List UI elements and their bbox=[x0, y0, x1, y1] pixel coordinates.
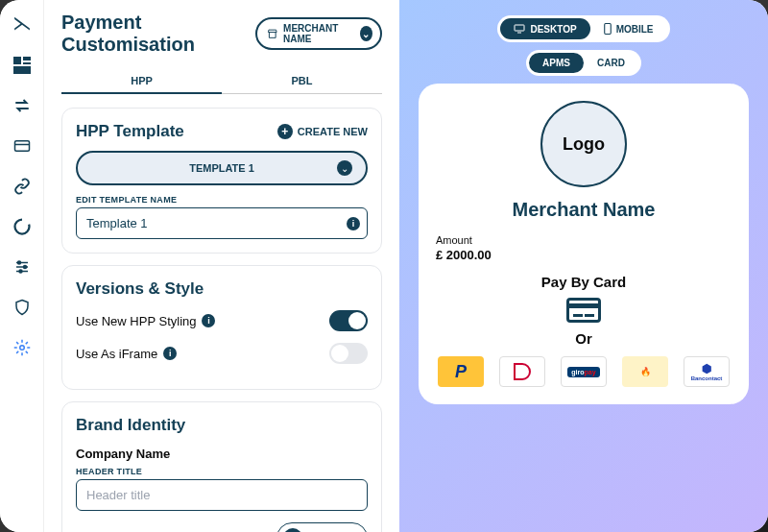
bancontact-button[interactable]: ⬢Bancontact bbox=[684, 356, 730, 387]
iframe-label: Use As iFramei bbox=[76, 347, 177, 361]
company-name-label: Company Name bbox=[76, 447, 368, 461]
swap-icon[interactable] bbox=[12, 96, 32, 115]
store-icon bbox=[267, 27, 278, 40]
svg-point-9 bbox=[23, 266, 26, 269]
mobile-icon bbox=[604, 23, 612, 35]
template-dropdown[interactable]: TEMPLATE 1 ⌄ bbox=[76, 151, 368, 185]
svg-rect-0 bbox=[13, 57, 21, 64]
card-button[interactable]: CARD bbox=[584, 53, 638, 73]
sliders-icon[interactable] bbox=[12, 257, 32, 277]
template-card-title: HPP Template bbox=[76, 122, 184, 141]
brand-card: Brand Identity Company Name HEADER TITLE… bbox=[61, 401, 382, 532]
svg-rect-4 bbox=[14, 141, 29, 152]
settings-icon[interactable] bbox=[12, 338, 32, 357]
paypal-button[interactable]: P bbox=[438, 356, 484, 387]
merchant-selector[interactable]: MERCHANT NAME ⌄ bbox=[255, 17, 383, 50]
new-styling-toggle[interactable] bbox=[329, 310, 368, 331]
new-styling-label: Use New HPP Stylingi bbox=[76, 314, 215, 328]
create-new-button[interactable]: + CREATE NEW bbox=[277, 124, 368, 139]
logo-placeholder: Logo bbox=[540, 101, 627, 187]
svg-point-7 bbox=[17, 261, 20, 264]
chevron-down-icon: ⌄ bbox=[360, 26, 372, 41]
preview-panel: DESKTOP MOBILE APMS CARD Logo Merchant N… bbox=[399, 0, 768, 532]
info-icon[interactable]: i bbox=[347, 217, 360, 230]
template-name-input[interactable] bbox=[76, 207, 368, 239]
config-panel: Payment Customisation MERCHANT NAME ⌄ HP… bbox=[44, 0, 399, 532]
page-title: Payment Customisation bbox=[61, 12, 246, 56]
info-icon[interactable]: i bbox=[202, 314, 215, 327]
giropay-button[interactable]: giropay bbox=[561, 356, 607, 387]
header-colour-picker[interactable]: #144056 bbox=[276, 522, 368, 532]
tab-hpp[interactable]: HPP bbox=[61, 69, 222, 94]
merchant-label: MERCHANT NAME bbox=[283, 23, 354, 44]
svg-rect-15 bbox=[604, 24, 611, 35]
amount-label: Amount bbox=[436, 234, 492, 246]
app-logo: ⋌ bbox=[12, 12, 32, 35]
svg-rect-1 bbox=[23, 57, 31, 60]
link-icon[interactable] bbox=[12, 177, 32, 196]
header-title-input[interactable] bbox=[76, 479, 368, 511]
template-card: HPP Template + CREATE NEW TEMPLATE 1 ⌄ E… bbox=[61, 108, 382, 254]
ideal-button[interactable] bbox=[499, 356, 545, 387]
svg-rect-2 bbox=[23, 62, 31, 64]
desktop-icon bbox=[514, 24, 525, 34]
preview-merchant-name: Merchant Name bbox=[513, 199, 656, 221]
plus-icon: + bbox=[277, 124, 293, 139]
svg-rect-3 bbox=[13, 66, 31, 74]
versions-card: Versions & Style Use New HPP Stylingi Us… bbox=[61, 265, 382, 390]
dashboard-icon[interactable] bbox=[12, 56, 32, 75]
svg-point-12 bbox=[19, 346, 24, 351]
desktop-button[interactable]: DESKTOP bbox=[500, 18, 589, 39]
apms-button[interactable]: APMS bbox=[529, 53, 584, 73]
svg-point-11 bbox=[19, 270, 22, 273]
device-segment: DESKTOP MOBILE bbox=[497, 15, 669, 42]
pay-by-card-title: Pay By Card bbox=[541, 274, 626, 290]
method-segment: APMS CARD bbox=[526, 50, 641, 76]
fire-button[interactable]: 🔥 bbox=[622, 356, 668, 387]
tab-pbl[interactable]: PBL bbox=[222, 69, 382, 94]
svg-rect-13 bbox=[515, 25, 524, 31]
tabs: HPP PBL bbox=[61, 69, 382, 94]
colour-swatch bbox=[283, 528, 302, 532]
credit-card-icon[interactable] bbox=[566, 298, 601, 323]
preview-card: Logo Merchant Name Amount £ 2000.00 Pay … bbox=[419, 84, 749, 404]
edit-template-label: EDIT TEMPLATE NAME bbox=[76, 195, 368, 205]
brand-card-title: Brand Identity bbox=[76, 416, 368, 435]
iframe-toggle[interactable] bbox=[329, 343, 368, 364]
sidebar: ⋌ bbox=[0, 0, 44, 532]
amount-value: £ 2000.00 bbox=[436, 248, 492, 262]
chevron-down-icon: ⌄ bbox=[337, 160, 352, 176]
progress-icon[interactable] bbox=[12, 217, 32, 236]
payment-methods-row: P giropay 🔥 ⬢Bancontact bbox=[436, 356, 732, 387]
info-icon[interactable]: i bbox=[163, 347, 177, 360]
mobile-button[interactable]: MOBILE bbox=[590, 18, 667, 39]
shield-icon[interactable] bbox=[12, 298, 32, 317]
card-icon[interactable] bbox=[12, 136, 32, 156]
header-title-label: HEADER TITLE bbox=[76, 467, 368, 476]
versions-card-title: Versions & Style bbox=[76, 279, 368, 299]
or-text: Or bbox=[575, 330, 592, 347]
